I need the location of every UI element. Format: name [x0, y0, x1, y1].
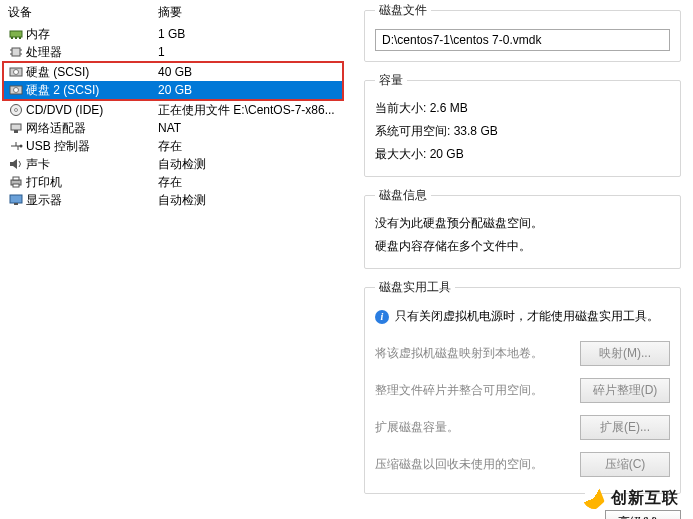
disk-info-group: 磁盘信息 没有为此硬盘预分配磁盘空间。 硬盘内容存储在多个文件中。 [364, 187, 681, 269]
device-label: 网络适配器 [24, 120, 158, 137]
svg-rect-16 [14, 130, 18, 133]
usb-icon [8, 140, 24, 152]
device-value: 正在使用文件 E:\CentOS-7-x86... [158, 102, 342, 119]
device-row-cd[interactable]: CD/DVD (IDE) 正在使用文件 E:\CentOS-7-x86... [4, 101, 342, 119]
device-row-cpu[interactable]: 处理器 1 [4, 43, 342, 61]
printer-icon [8, 176, 24, 188]
device-list-header: 设备 摘要 [4, 0, 342, 25]
device-label: 声卡 [24, 156, 158, 173]
utilities-hint-row: i 只有关闭虚拟机电源时，才能使用磁盘实用工具。 [375, 304, 670, 335]
device-label: USB 控制器 [24, 138, 158, 155]
utility-defrag: 整理文件碎片并整合可用空间。 碎片整理(D) [375, 372, 670, 409]
memory-icon [8, 28, 24, 40]
device-row-usb[interactable]: USB 控制器 存在 [4, 137, 342, 155]
device-value: 1 GB [158, 27, 342, 41]
device-row-display[interactable]: 显示器 自动检测 [4, 191, 342, 209]
capacity-group: 容量 当前大小: 2.6 MB 系统可用空间: 33.8 GB 最大大小: 20… [364, 72, 681, 177]
capacity-max: 最大大小: 20 GB [375, 143, 670, 166]
disk-file-legend: 磁盘文件 [375, 2, 431, 19]
compact-button[interactable]: 压缩(C) [580, 452, 670, 477]
device-value: 40 GB [158, 65, 342, 79]
disk-file-path[interactable]: D:\centos7-1\centos 7-0.vmdk [375, 29, 670, 51]
capacity-current: 当前大小: 2.6 MB [375, 97, 670, 120]
device-label: 内存 [24, 26, 158, 43]
svg-rect-21 [13, 184, 19, 187]
device-label: CD/DVD (IDE) [24, 103, 158, 117]
svg-rect-20 [13, 177, 19, 180]
svg-point-12 [14, 88, 19, 93]
cd-icon [8, 103, 24, 117]
device-row-disk1[interactable]: 硬盘 (SCSI) 40 GB [4, 63, 342, 81]
device-value: 存在 [158, 138, 342, 155]
expand-button[interactable]: 扩展(E)... [580, 415, 670, 440]
device-label: 打印机 [24, 174, 158, 191]
detail-panel: 磁盘文件 D:\centos7-1\centos 7-0.vmdk 容量 当前大… [346, 0, 693, 519]
svg-rect-0 [10, 31, 22, 37]
brand-text: 创新互联 [611, 488, 679, 509]
capacity-free: 系统可用空间: 33.8 GB [375, 120, 670, 143]
device-label: 处理器 [24, 44, 158, 61]
sound-icon [8, 158, 24, 170]
defrag-button[interactable]: 碎片整理(D) [580, 378, 670, 403]
disk-info-line2: 硬盘内容存储在多个文件中。 [375, 235, 670, 258]
map-button[interactable]: 映射(M)... [580, 341, 670, 366]
header-device: 设备 [8, 4, 158, 21]
brand-watermark: 创新互联 [583, 487, 679, 509]
disk-utilities-group: 磁盘实用工具 i 只有关闭虚拟机电源时，才能使用磁盘实用工具。 将该虚拟机磁盘映… [364, 279, 681, 494]
header-summary: 摘要 [158, 4, 182, 21]
device-value: 自动检测 [158, 192, 342, 209]
svg-point-17 [20, 145, 23, 148]
svg-rect-1 [11, 37, 13, 39]
device-row-sound[interactable]: 声卡 自动检测 [4, 155, 342, 173]
capacity-legend: 容量 [375, 72, 407, 89]
utility-expand: 扩展磁盘容量。 扩展(E)... [375, 409, 670, 446]
disk-info-legend: 磁盘信息 [375, 187, 431, 204]
device-list-panel: 设备 摘要 内存 1 GB 处理器 1 硬盘 (SCSI) 40 GB [0, 0, 346, 519]
utility-map: 将该虚拟机磁盘映射到本地卷。 映射(M)... [375, 335, 670, 372]
svg-rect-4 [12, 48, 20, 56]
svg-rect-3 [19, 37, 21, 39]
network-icon [8, 122, 24, 134]
svg-rect-2 [15, 37, 17, 39]
device-value: 存在 [158, 174, 342, 191]
device-row-disk2[interactable]: 硬盘 2 (SCSI) 20 GB [4, 81, 342, 99]
svg-point-14 [15, 109, 18, 112]
disk-icon [8, 66, 24, 78]
disk-icon [8, 84, 24, 96]
device-label: 硬盘 (SCSI) [24, 64, 158, 81]
device-row-printer[interactable]: 打印机 存在 [4, 173, 342, 191]
device-label: 硬盘 2 (SCSI) [24, 82, 158, 99]
highlighted-disks: 硬盘 (SCSI) 40 GB 硬盘 2 (SCSI) 20 GB [2, 61, 344, 101]
device-value: 20 GB [158, 83, 342, 97]
disk-file-group: 磁盘文件 D:\centos7-1\centos 7-0.vmdk [364, 2, 681, 62]
device-row-network[interactable]: 网络适配器 NAT [4, 119, 342, 137]
device-value: 1 [158, 45, 342, 59]
svg-marker-18 [10, 159, 17, 169]
svg-rect-23 [14, 203, 18, 205]
device-value: NAT [158, 121, 342, 135]
disk-utilities-legend: 磁盘实用工具 [375, 279, 455, 296]
svg-rect-22 [10, 195, 22, 203]
utilities-hint: 只有关闭虚拟机电源时，才能使用磁盘实用工具。 [395, 308, 659, 325]
device-row-memory[interactable]: 内存 1 GB [4, 25, 342, 43]
advanced-button[interactable]: 高级(V)... [605, 510, 681, 519]
disk-info-line1: 没有为此硬盘预分配磁盘空间。 [375, 212, 670, 235]
device-label: 显示器 [24, 192, 158, 209]
utility-compact: 压缩磁盘以回收未使用的空间。 压缩(C) [375, 446, 670, 483]
cpu-icon [8, 45, 24, 59]
svg-rect-15 [11, 124, 21, 130]
device-value: 自动检测 [158, 156, 342, 173]
display-icon [8, 194, 24, 206]
info-icon: i [375, 310, 389, 324]
svg-point-10 [14, 70, 19, 75]
brand-logo-icon [583, 487, 605, 509]
